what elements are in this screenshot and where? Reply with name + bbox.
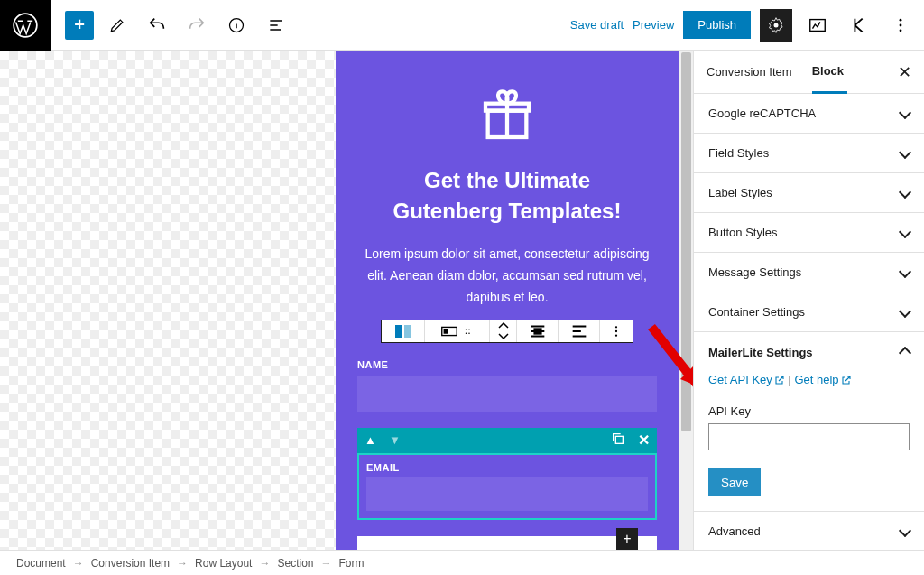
layout-icon[interactable] [425, 320, 490, 342]
add-block-inline-button[interactable]: + [616, 528, 638, 550]
collapse-down-icon[interactable]: ▼ [389, 433, 401, 447]
editor-scrollbar[interactable] [679, 51, 693, 550]
jetpack-icon[interactable] [801, 9, 834, 42]
svg-point-14 [468, 328, 470, 329]
panel-label-styles[interactable]: Label Styles [694, 173, 924, 213]
bc-row-layout[interactable]: Row Layout [195, 557, 252, 570]
panel-message-settings[interactable]: Message Settings [694, 253, 924, 292]
get-api-key-link[interactable]: Get API Key [708, 373, 785, 386]
chevron-down-icon [901, 305, 910, 319]
email-field-wrapper: ▲ ▼ ✕ EMAIL [357, 428, 657, 520]
block-type-icon[interactable] [382, 320, 425, 342]
settings-icon[interactable] [760, 9, 792, 42]
submit-button[interactable]: SEND ME THE ICONS! [357, 536, 657, 550]
transparent-bg [0, 51, 336, 550]
panel-button-styles[interactable]: Button Styles [694, 213, 924, 253]
panel-field-styles[interactable]: Field Styles [694, 134, 924, 173]
bc-section[interactable]: Section [277, 557, 313, 570]
bc-form[interactable]: Form [338, 557, 364, 570]
hero-title: Get the Ultimate Gutenberg Templates! [393, 165, 622, 226]
svg-rect-3 [810, 19, 826, 31]
align-icon[interactable] [517, 320, 559, 342]
svg-point-20 [615, 334, 617, 336]
svg-rect-9 [395, 325, 402, 338]
svg-rect-21 [615, 436, 623, 443]
chevron-down-icon [901, 107, 910, 120]
bc-conversion-item[interactable]: Conversion Item [91, 557, 170, 570]
more-options-icon[interactable] [600, 320, 633, 342]
remove-icon[interactable]: ✕ [638, 431, 650, 449]
save-draft-link[interactable]: Save draft [570, 18, 624, 32]
duplicate-icon[interactable] [611, 431, 625, 449]
block-toolbar [381, 320, 633, 343]
external-link-icon [841, 375, 852, 388]
redo-icon [180, 9, 213, 42]
top-toolbar: + Save draft Preview Publish [0, 0, 924, 51]
api-key-label: API Key [708, 404, 910, 418]
panel-mailerlite[interactable]: MailerLite Settings [694, 332, 924, 373]
email-input[interactable] [366, 477, 648, 511]
name-input[interactable] [357, 376, 657, 412]
svg-point-18 [615, 326, 617, 328]
text-align-icon[interactable] [559, 320, 600, 342]
preview-link[interactable]: Preview [633, 18, 674, 32]
name-label: NAME [357, 359, 657, 370]
svg-rect-10 [404, 325, 411, 338]
external-link-icon [774, 375, 785, 388]
wordpress-logo[interactable] [0, 0, 51, 51]
svg-point-13 [465, 328, 467, 329]
save-api-key-button[interactable]: Save [708, 468, 761, 496]
kadence-icon[interactable] [843, 9, 875, 42]
mailerlite-panel-body: Get API Key | Get help API Key Save [694, 373, 924, 512]
chevron-down-icon [901, 265, 910, 279]
svg-point-15 [465, 332, 467, 334]
get-help-link[interactable]: Get help [794, 373, 851, 386]
tab-conversion-item[interactable]: Conversion Item [707, 51, 796, 94]
title-line-2: Gutenberg Templates! [393, 199, 622, 223]
svg-point-2 [774, 23, 779, 27]
api-key-input[interactable] [708, 423, 910, 450]
hero-body: Lorem ipsum dolor sit amet, consectetur … [357, 244, 657, 308]
svg-rect-12 [443, 329, 448, 334]
svg-point-6 [900, 29, 902, 32]
field-selected-toolbar: ▲ ▼ ✕ [357, 428, 657, 453]
gift-icon [478, 87, 536, 147]
info-icon[interactable] [220, 9, 253, 42]
add-block-button[interactable]: + [65, 11, 94, 40]
settings-sidebar: Conversion Item Block ✕ Google reCAPTCHA… [693, 51, 924, 550]
chevron-down-icon [901, 186, 910, 199]
svg-point-19 [615, 329, 617, 331]
chevron-down-icon [901, 146, 910, 160]
tab-block[interactable]: Block [812, 51, 847, 94]
panel-container-settings[interactable]: Container Settings [694, 292, 924, 332]
form-preview: Get the Ultimate Gutenberg Templates! Lo… [336, 51, 679, 550]
chevron-down-icon [901, 524, 910, 538]
panel-advanced[interactable]: Advanced [694, 512, 924, 550]
bc-document[interactable]: Document [16, 557, 66, 570]
email-label: EMAIL [366, 462, 648, 473]
panel-recaptcha[interactable]: Google reCAPTCHA [694, 94, 924, 134]
edit-icon[interactable] [101, 9, 134, 42]
svg-point-5 [900, 23, 902, 26]
undo-icon[interactable] [141, 9, 173, 42]
publish-button[interactable]: Publish [683, 11, 751, 39]
svg-point-4 [900, 18, 902, 21]
options-icon[interactable] [884, 9, 917, 42]
chevron-up-icon [901, 345, 910, 360]
collapse-up-icon[interactable]: ▲ [365, 433, 376, 447]
close-sidebar-icon[interactable]: ✕ [898, 62, 911, 82]
breadcrumb: Document→ Conversion Item→ Row Layout→ S… [0, 550, 924, 575]
title-line-1: Get the Ultimate [424, 168, 590, 192]
svg-point-16 [468, 332, 470, 334]
svg-rect-17 [533, 328, 541, 334]
move-arrows-icon[interactable] [490, 320, 517, 342]
name-field-wrapper: NAME [357, 359, 657, 428]
editor-canvas: Get the Ultimate Gutenberg Templates! Lo… [0, 51, 693, 550]
chevron-down-icon [901, 226, 910, 239]
outline-icon[interactable] [260, 9, 292, 42]
